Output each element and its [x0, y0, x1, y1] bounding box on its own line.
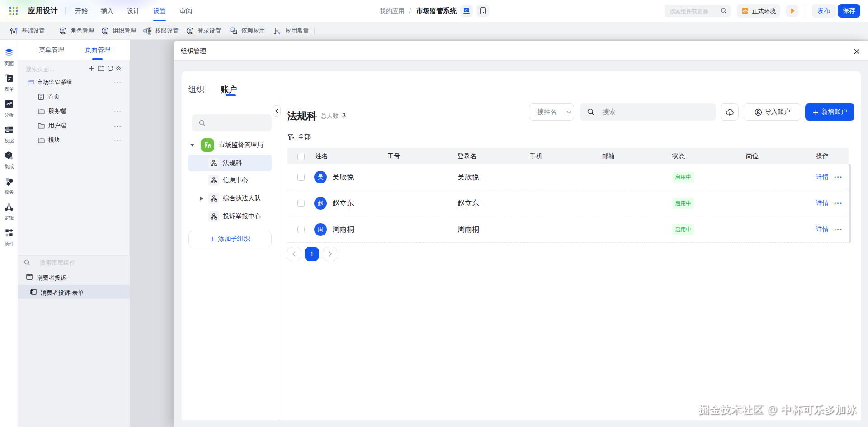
svg-text:x: x	[278, 29, 281, 34]
